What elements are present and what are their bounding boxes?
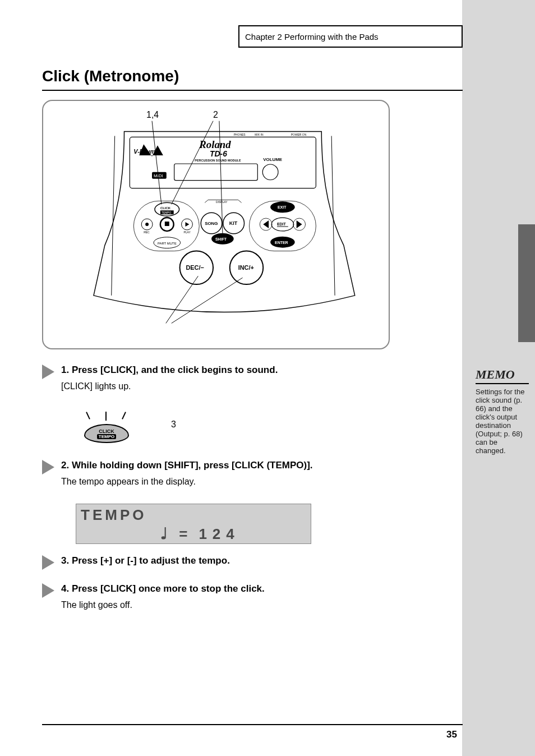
step-3-row: 3. Press [+] or [-] to adjust the tempo. [42,554,390,570]
side-dark-tab [518,224,535,342]
step-3-number: 3. [61,555,72,566]
step-1-number: 1. [61,365,72,375]
mixin-label: MIX IN [255,133,264,136]
rec-dot-icon [145,223,149,226]
left-arrow-icon [263,220,269,228]
inc-label: INC/+ [238,264,254,271]
ray2-icon [105,412,107,421]
volume-knob [262,164,278,180]
play-label: PLAY [184,231,191,234]
step-arrow-icon [42,555,54,570]
section-title: Click (Metronome) [42,67,179,85]
lcd-value: 124 [199,525,239,543]
device-svg: 1,4 2 PHONES MIX IN POWER ON V-Drums MID… [43,101,389,348]
power-label: POWER ON [291,133,307,136]
step-2-line: While holding down [SHIFT], press [CLICK… [72,460,313,471]
stop-label-inside: STOP [163,227,171,230]
page-number: 35 [446,729,457,740]
tempo-label: TEMPO [162,211,172,214]
memo-body: Settings for the click sound (p. 66) and… [476,388,529,455]
model-text: TD-6 [210,149,227,158]
kit-label: KIT [229,220,238,226]
dec-label: DEC/− [186,264,204,271]
rec-label: REC [144,231,150,234]
memo-block: MEMO Settings for the click sound (p. 66… [476,367,529,455]
click-button-figure: CLICK TEMPO [84,424,129,443]
shift-label: SHIFT [215,237,227,241]
footer-line [42,724,463,725]
partmute-label: PART MUTE [158,242,177,245]
chapter-title-text: Chapter 2 Performing with the Pads [245,32,379,42]
ray1-icon [86,412,90,420]
lcd-equals: = [179,525,193,543]
step-4-number: 4. [61,583,72,594]
step-arrow-icon [42,365,54,379]
section-underline [42,90,463,91]
device-lcd [174,164,258,181]
lcd-display-figure: TEMPO ♩ = 124 [76,504,311,544]
step-1-sub: [CLICK] lights up. [61,380,278,393]
song-label: SONG [205,221,218,226]
subtitle-text: PERCUSSION SOUND MODULE [195,159,241,162]
play-triangle-icon [185,222,189,227]
click-icon-label2: TEMPO [97,434,116,439]
step-2-number: 2. [61,460,72,471]
page-content: Chapter 2 Performing with the Pads Click… [42,0,468,756]
right-arrow-icon [297,220,302,228]
enter-label: ENTER [275,241,288,245]
volume-label: VOLUME [263,157,282,162]
chapter-title-box: Chapter 2 Performing with the Pads [238,25,463,48]
click-label: CLICK [160,206,171,210]
step-4-row: 4. Press [CLICK] once more to stop the c… [42,582,390,611]
callout-line-1 [152,121,162,205]
step-4-sub: The light goes off. [61,599,265,611]
stop-square-icon [165,222,169,226]
step-2-row: 2. While holding down [SHIFT], press [CL… [42,459,390,488]
edit-label: EDIT [277,222,287,226]
step-3-line: Press [+] or [-] to adjust the tempo. [72,555,230,566]
callout-step2: 2 [213,110,218,119]
step-1-row: 1. Press [CLICK], and the click begins t… [42,363,390,393]
callout-line-3b [172,278,243,323]
ray3-icon [122,412,126,420]
lcd-bottom-row: ♩ = 124 [160,524,240,543]
device-left-edge [112,136,115,295]
device-panel-figure: 1,4 2 PHONES MIX IN POWER ON V-Drums MID… [42,100,390,349]
exit-label: EXIT [278,205,287,209]
lcd-top-text: TEMPO [81,506,146,524]
memo-underline [476,383,529,384]
quarter-note-icon: ♩ [160,524,173,543]
memo-header: MEMO [476,367,529,382]
callout-step3: 3 [171,420,176,430]
step-arrow-icon [42,460,54,474]
step-4-line: Press [CLICK] once more to stop the clic… [72,583,265,594]
callout-line-2a [172,121,213,205]
click-indicator-figure: CLICK TEMPO [79,412,135,445]
step-arrow-icon [42,583,54,598]
step-2-sub: The tempo appears in the display. [61,476,313,488]
callout-step1-4: 1,4 [146,110,159,119]
click-icon-label1: CLICK [99,428,114,434]
phones-label: PHONES [234,133,246,136]
step-1-line: Press [CLICK], and the click begins to s… [72,365,278,375]
